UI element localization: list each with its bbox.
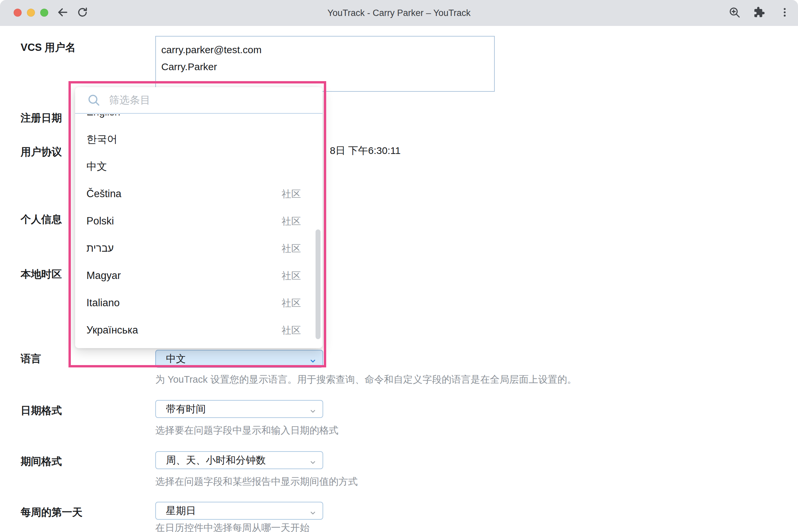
language-option-hungarian[interactable]: Magyar 社区 xyxy=(75,262,323,289)
label-local-timezone: 本地时区 xyxy=(21,267,62,281)
language-help-text: 为 YouTrack 设置您的显示语言。用于搜索查询、命令和自定义字段的语言是在… xyxy=(155,373,576,386)
minimize-window-button[interactable] xyxy=(27,8,35,17)
period-format-value: 周、天、小时和分钟数 xyxy=(166,454,266,467)
community-badge: 社区 xyxy=(282,235,301,262)
browser-window: YouTrack - Carry Parker – YouTrack xyxy=(0,0,798,532)
label-date-format: 日期格式 xyxy=(21,404,62,418)
label-user-agreement: 用户协议 xyxy=(21,145,62,159)
reload-icon xyxy=(76,6,89,20)
label-period-format: 期间格式 xyxy=(21,455,62,469)
dropdown-filter-input[interactable] xyxy=(109,94,323,106)
date-format-value: 带有时间 xyxy=(166,402,206,416)
community-badge: 社区 xyxy=(282,317,301,344)
label-language: 语言 xyxy=(21,352,41,366)
back-button[interactable] xyxy=(56,6,69,20)
label-vcs-username: VCS 用户名 xyxy=(21,41,75,55)
first-day-help-text: 在日历控件中选择每周从哪一天开始 xyxy=(155,521,309,532)
date-format-select[interactable]: 带有时间 xyxy=(155,400,323,418)
language-select-value: 中文 xyxy=(166,352,186,366)
label-personal-info: 个人信息 xyxy=(21,212,62,226)
label-register-date: 注册日期 xyxy=(21,111,62,125)
language-option-hebrew[interactable]: עברית 社区 xyxy=(75,235,323,262)
dropdown-filter-row xyxy=(75,87,323,114)
first-day-value: 星期日 xyxy=(166,504,196,518)
chevron-down-icon xyxy=(309,406,317,417)
label-first-day-of-week: 每周的第一天 xyxy=(21,506,82,519)
period-format-help-text: 选择在问题字段和某些报告中显示期间值的方式 xyxy=(155,475,358,489)
community-badge: 社区 xyxy=(282,262,301,289)
language-option-english[interactable]: English xyxy=(75,114,323,126)
language-option-polish[interactable]: Polski 社区 xyxy=(75,208,323,235)
extensions-button[interactable] xyxy=(753,6,766,20)
chevron-down-icon xyxy=(309,508,317,519)
language-option-chinese[interactable]: 中文 xyxy=(75,153,323,180)
language-option-italian[interactable]: Italiano 社区 xyxy=(75,289,323,317)
magnifier-plus-icon xyxy=(728,6,741,20)
period-format-select[interactable]: 周、天、小时和分钟数 xyxy=(155,451,323,469)
language-option-list: English 한국어 中文 Čeština 社区 Polski 社区 עברי… xyxy=(75,114,323,348)
first-day-select[interactable]: 星期日 xyxy=(155,502,323,520)
community-badge: 社区 xyxy=(282,208,301,235)
chevron-down-icon xyxy=(309,356,317,367)
reload-button[interactable] xyxy=(76,6,89,20)
community-badge: 社区 xyxy=(282,289,301,317)
zoom-page-button[interactable] xyxy=(728,6,741,20)
language-option-czech[interactable]: Čeština 社区 xyxy=(75,180,323,208)
page-title: YouTrack - Carry Parker – YouTrack xyxy=(233,0,565,26)
browser-titlebar: YouTrack - Carry Parker – YouTrack xyxy=(0,0,798,26)
user-agreement-datetime: 8日 下午6:30:11 xyxy=(330,144,401,158)
date-format-help-text: 选择要在问题字段中显示和输入日期的格式 xyxy=(155,424,339,437)
kebab-menu-icon xyxy=(779,7,790,19)
language-select[interactable]: 中文 xyxy=(155,350,323,368)
chevron-down-icon xyxy=(309,457,317,469)
community-badge: 社区 xyxy=(282,180,301,208)
language-option-korean[interactable]: 한국어 xyxy=(75,126,323,153)
language-option-ukrainian[interactable]: Українська 社区 xyxy=(75,317,323,344)
close-window-button[interactable] xyxy=(14,8,22,17)
vcs-username-field[interactable]: carry.parker@test.com Carry.Parker xyxy=(155,36,495,92)
puzzle-piece-icon xyxy=(753,6,765,20)
language-dropdown-panel: English 한국어 中文 Čeština 社区 Polski 社区 עברי… xyxy=(75,87,323,348)
back-arrow-icon xyxy=(56,6,69,20)
browser-menu-button[interactable] xyxy=(778,6,791,20)
dropdown-scrollbar-thumb[interactable] xyxy=(316,229,321,339)
search-icon xyxy=(87,93,100,107)
zoom-window-button[interactable] xyxy=(40,8,48,17)
